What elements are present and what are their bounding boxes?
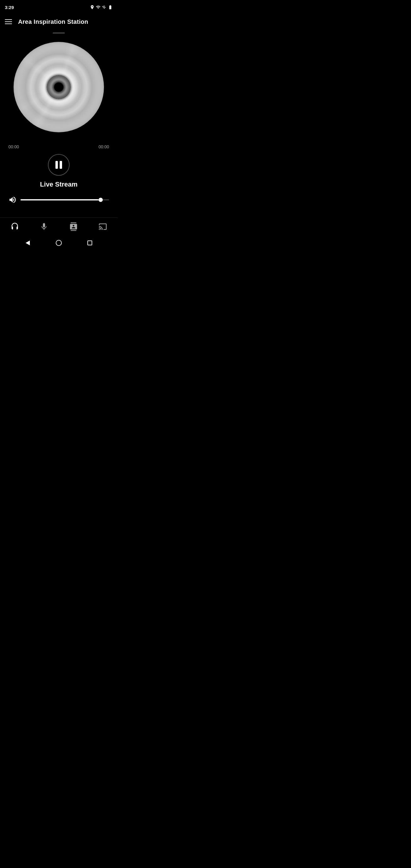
podcast-icon bbox=[10, 222, 19, 231]
mic-icon bbox=[40, 222, 48, 231]
header: Area Inspiration Station bbox=[0, 13, 118, 30]
back-button[interactable] bbox=[24, 239, 31, 247]
nav-item-podcast[interactable] bbox=[7, 221, 23, 232]
live-stream-label: Live Stream bbox=[7, 181, 110, 188]
menu-button[interactable] bbox=[5, 18, 13, 26]
time-row: 00:00 00:00 bbox=[7, 144, 110, 149]
signal-icon bbox=[102, 5, 107, 10]
nav-item-contacts[interactable] bbox=[66, 221, 81, 232]
android-nav bbox=[0, 237, 118, 251]
nav-item-mic[interactable] bbox=[36, 221, 52, 232]
home-button[interactable] bbox=[55, 239, 62, 247]
battery-icon bbox=[108, 5, 113, 10]
pause-button[interactable] bbox=[48, 154, 70, 176]
time-right: 00:00 bbox=[98, 144, 109, 149]
wifi-icon bbox=[96, 5, 101, 10]
drag-handle[interactable] bbox=[0, 30, 118, 36]
cast-icon bbox=[98, 222, 107, 231]
contacts-icon bbox=[69, 222, 78, 231]
controls-row bbox=[7, 154, 110, 176]
album-art-container bbox=[0, 36, 118, 141]
status-bar: 3:29 bbox=[0, 0, 118, 13]
bottom-nav bbox=[0, 217, 118, 235]
volume-thumb bbox=[98, 198, 103, 202]
location-icon bbox=[90, 5, 95, 10]
time-left: 00:00 bbox=[8, 144, 19, 149]
recent-button[interactable] bbox=[86, 239, 93, 247]
header-title: Area Inspiration Station bbox=[18, 19, 88, 25]
disc-inner bbox=[47, 75, 71, 99]
volume-slider[interactable] bbox=[21, 199, 109, 200]
volume-fill bbox=[21, 199, 98, 200]
volume-row bbox=[7, 195, 110, 204]
pause-icon bbox=[56, 161, 62, 169]
nav-item-cast[interactable] bbox=[95, 221, 110, 232]
status-time: 3:29 bbox=[5, 5, 14, 10]
status-icons bbox=[90, 5, 113, 10]
volume-icon bbox=[8, 195, 17, 204]
player-section: 00:00 00:00 Live Stream bbox=[0, 141, 118, 217]
album-art bbox=[13, 42, 104, 132]
disc-hole bbox=[56, 84, 62, 90]
